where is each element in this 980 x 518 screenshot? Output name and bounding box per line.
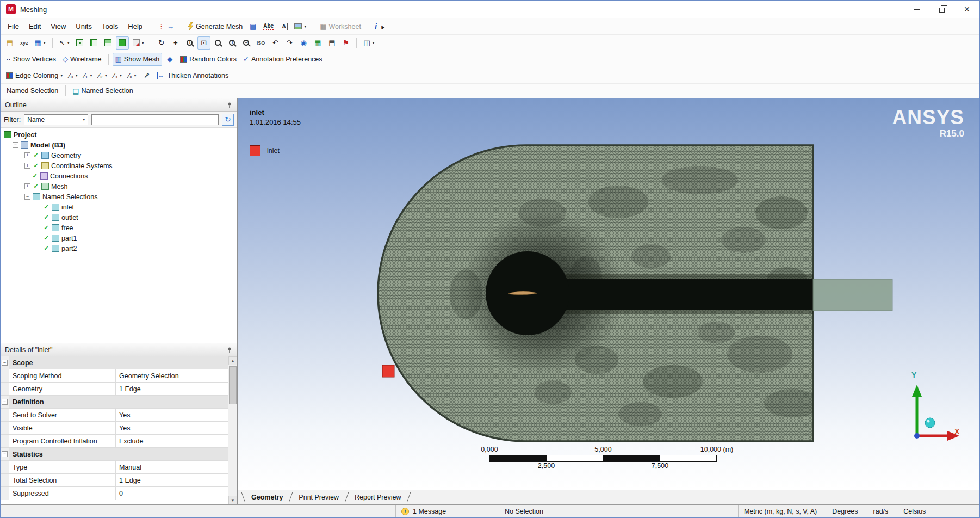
box-zoom-button[interactable]: ⊡ [197,36,210,50]
collapse-icon[interactable]: − [2,399,8,405]
tree-item-geometry[interactable]: + ✓ Geometry [1,150,237,161]
menu-help[interactable]: Help [123,21,147,32]
scroll-down-button[interactable]: ▼ [228,496,237,504]
details-row-suppressed[interactable]: Suppressed 0 [1,487,228,500]
filter-select[interactable]: Name ▾ [24,114,88,125]
expand-icon[interactable]: + [24,152,30,158]
tab-report-preview[interactable]: Report Preview [353,494,402,501]
status-units[interactable]: Metric (m, kg, N, s, V, A) Degrees rad/s… [738,505,979,517]
edge-option-2-button[interactable]: ∕₂ ▾ [96,69,109,82]
edge-direction-button[interactable]: ⊸ [140,69,153,82]
annotation-button[interactable]: A [277,20,290,33]
details-section-scope[interactable]: − Scope [1,356,228,369]
scroll-thumb[interactable] [229,366,237,404]
tab-print-preview[interactable]: Print Preview [297,494,340,501]
details-section-definition[interactable]: − Definition [1,396,228,409]
named-selection-button[interactable]: ▤ Named Selection [70,84,136,97]
image-capture-button[interactable]: ▾ [291,20,309,33]
edge-option-1-button[interactable]: ∕₁ ▾ [82,69,95,82]
new-chart-button[interactable]: Abc [260,20,276,33]
wireframe-toggle[interactable]: ◇ Wireframe [60,53,104,66]
body-select-button[interactable] [116,36,129,50]
collapse-icon[interactable]: − [13,142,18,148]
triad-label-button[interactable]: xyz [17,36,31,50]
pan-button[interactable]: + [169,36,182,50]
scroll-track[interactable] [228,365,237,496]
collapse-icon[interactable]: − [2,360,8,366]
tree-item-connections[interactable]: ✓ Connections [1,171,237,181]
compass-button[interactable]: ◆ [163,53,176,66]
close-button[interactable]: × [954,1,979,18]
scroll-up-button[interactable]: ▲ [228,356,237,365]
iso-view-button[interactable]: ISO [254,36,268,50]
graphics-viewport[interactable]: inlet 1.01.2016 14:55 inlet ANSYS R15.0 … [238,98,979,490]
edge-select-button[interactable] [88,36,101,50]
tree-item-inlet[interactable]: ✓ inlet [1,202,237,212]
edge-option-3-button[interactable]: ∕₃ ▾ [111,69,125,82]
previous-view-button[interactable]: ↶ [269,36,282,50]
next-view-button[interactable]: ↷ [283,36,296,50]
tree-item-part2[interactable]: ✓ part2 [1,243,237,254]
show-mesh-toggle[interactable]: ▦ Show Mesh [113,53,163,66]
expand-icon[interactable]: + [24,183,30,189]
zoom-in-button[interactable]: + [226,36,239,50]
mesh-view[interactable] [238,98,979,490]
viewports-button[interactable]: ◫ ▾ [361,36,377,50]
coordinate-triad[interactable] [882,371,964,458]
zoom-out-button[interactable]: − [240,36,253,50]
tree-item-outlet[interactable]: ✓ outlet [1,212,237,223]
restore-button[interactable] [929,1,954,18]
zoom-button[interactable]: + [183,36,196,50]
edge-option-0-button[interactable]: ∕₀ ▾ [66,69,80,82]
refresh-tree-button[interactable]: ↻ [222,114,234,126]
edge-option-x-button[interactable]: ∕ₓ ▾ [126,69,139,82]
menu-file[interactable]: File [3,21,23,32]
annotation-preferences-button[interactable]: ✓ Annotation Preferences [240,53,325,66]
inlet-annotation-marker[interactable] [382,365,394,377]
details-row-total-selection[interactable]: Total Selection 1 Edge [1,474,228,487]
comment-button[interactable]: ▤ [3,36,16,50]
details-row-geometry[interactable]: Geometry 1 Edge [1,383,228,396]
tag-button[interactable]: ⚑ [339,36,352,50]
menu-units[interactable]: Units [71,21,96,32]
tree-item-model[interactable]: − Model (B3) [1,140,237,150]
collapse-icon[interactable]: − [2,451,8,457]
zoom-fit-button[interactable] [212,36,225,50]
collapse-icon[interactable]: − [24,194,30,200]
details-row-type[interactable]: Type Manual [1,461,228,474]
random-colors-toggle[interactable]: Random Colors [177,53,239,66]
details-row-visible[interactable]: Visible Yes [1,422,228,435]
tree-item-named-selections[interactable]: − Named Selections [1,192,237,202]
coordinate-display-button[interactable]: ▦ ▾ [32,36,48,50]
show-errors-button[interactable]: i ▲ [372,20,388,33]
details-row-scoping-method[interactable]: Scoping Method Geometry Selection [1,369,228,383]
tab-geometry[interactable]: Geometry [250,494,284,501]
extend-selection-button[interactable]: ▾ [130,36,147,50]
rescale-annotation-button[interactable]: ▦ [311,36,324,50]
generate-mesh-button[interactable]: Generate Mesh [185,20,245,33]
print-preview-button[interactable]: ▤ [325,36,338,50]
tree-item-part1[interactable]: ✓ part1 [1,233,237,243]
minimize-button[interactable] [904,1,929,18]
pin-icon[interactable] [226,347,233,353]
menu-view[interactable]: View [46,21,70,32]
status-messages[interactable]: i 1 Message [395,505,499,517]
thicken-annotations-toggle[interactable]: ↔ Thicken Annotations [154,69,232,82]
tree-item-free[interactable]: ✓ free [1,223,237,233]
tree-item-mesh[interactable]: + ✓ Mesh [1,181,237,192]
tree-item-coordinate-systems[interactable]: + ✓ Coordinate Systems [1,161,237,171]
edge-coloring-button[interactable]: Edge Coloring ▾ [3,69,65,82]
filter-search-input[interactable] [91,114,219,125]
menu-edit[interactable]: Edit [24,21,45,32]
look-at-button[interactable]: ◉ [297,36,310,50]
tree-item-project[interactable]: Project [1,130,237,140]
select-mode-button[interactable]: ↖ ▾ [57,36,72,50]
details-row-program-controlled-inflation[interactable]: Program Controlled Inflation Exclude [1,435,228,448]
show-vertices-toggle[interactable]: ·· Show Vertices [3,53,59,66]
worksheet-button[interactable]: ▦ Worksheet [317,20,364,33]
face-select-button[interactable] [102,36,115,50]
details-row-send-to-solver[interactable]: Send to Solver Yes [1,409,228,422]
details-scrollbar[interactable]: ▲ ▼ [228,356,237,504]
downstream-body[interactable] [813,279,892,311]
expand-icon[interactable]: + [24,163,30,169]
